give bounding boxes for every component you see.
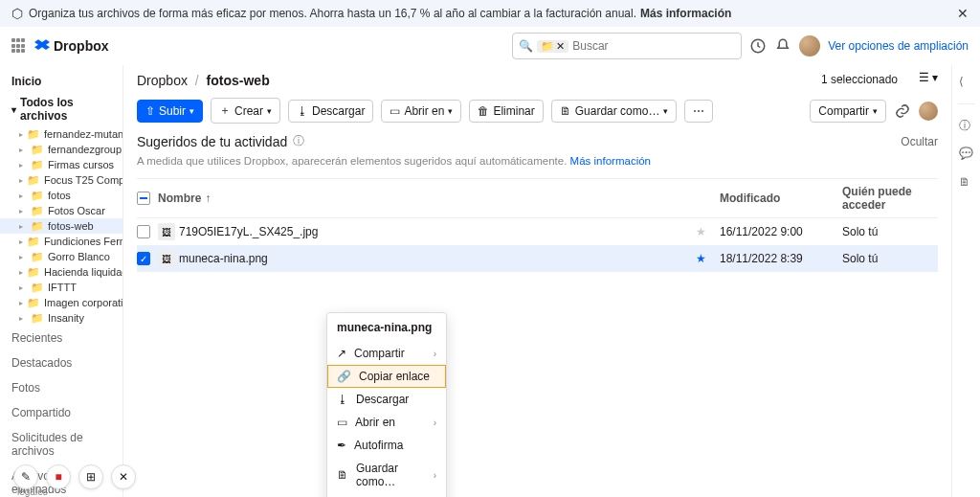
chevron-right-icon: ▸ [19,222,27,231]
save-as-button[interactable]: 🗎 Guardar como… ▾ [551,100,678,123]
context-menu: muneca-nina.png ↗Compartir›🔗Copiar enlac… [326,312,447,497]
upgrade-link[interactable]: Ver opciones de ampliación [828,39,969,53]
fab-grid[interactable]: ⊞ [78,464,103,489]
star-icon[interactable]: ★ [696,252,706,265]
create-button[interactable]: ＋ Crear ▾ [211,98,280,124]
info-icon[interactable]: ⓘ [293,133,304,149]
file-access: Solo tú [842,252,938,265]
ctx-link[interactable]: 🔗Copiar enlace [327,365,446,388]
star-icon[interactable]: ★ [696,225,706,238]
sidebar: Inicio ▾ Todos los archivos ▸📁fernandez-… [0,65,122,497]
delete-label: Eliminar [493,104,534,118]
rewind-icon[interactable] [749,37,767,55]
open-in-button[interactable]: ▭ Abrir en ▾ [381,100,461,123]
folder-icon: 📁 [27,128,40,141]
comment-rail-icon[interactable]: 💬 [959,147,974,162]
sidebar-folder-item[interactable]: ▸📁Insanity [0,310,122,326]
fab-close[interactable]: ✕ [111,464,136,489]
sidebar-folder-item[interactable]: ▸📁fotos [0,188,122,203]
sidebar-folder-item[interactable]: ▸📁IFTTT [0,280,122,295]
sidebar-folder-item[interactable]: ▸📁Fotos Oscar [0,203,122,218]
banner-close-icon[interactable]: ✕ [957,6,969,21]
select-all-checkbox[interactable] [137,192,150,205]
toolbar: ⇧ Subir ▾ ＋ Crear ▾ ⭳ Descargar ▭ Abrir … [137,98,938,124]
folder-label: Insanity [48,312,84,324]
sidebar-folder-item[interactable]: ▸📁Focus T25 Completo [0,172,122,188]
share-button[interactable]: Compartir ▾ [810,100,886,123]
folder-label: IFTTT [48,282,77,293]
ctx-share[interactable]: ↗Compartir› [327,342,446,365]
table-row[interactable]: 🖼719O5IE17yL._SX425_.jpg★16/11/2022 9:00… [137,218,938,245]
bell-icon[interactable] [774,37,791,55]
more-button[interactable]: ⋯ [684,100,713,123]
sidebar-link[interactable]: Recientes [0,326,122,350]
ctx-download[interactable]: ⭳Descargar [327,388,446,411]
view-toggle[interactable]: ☰ ▾ [919,71,938,84]
collapse-rail-icon[interactable]: ⟨ [959,75,974,90]
upload-button[interactable]: ⇧ Subir ▾ [137,100,203,123]
sidebar-folder-item[interactable]: ▸📁Gorro Blanco [0,249,122,264]
sidebar-home[interactable]: Inicio [0,71,122,92]
fab-record[interactable]: ■ [46,464,71,489]
file-thumb-icon: 🖼 [158,250,175,267]
info-rail-icon[interactable]: ⓘ [959,118,974,133]
search-box[interactable]: 🔍 📁 ✕ [512,33,742,59]
row-checkbox[interactable] [137,252,150,265]
ctx-label: Abrir en [355,416,395,429]
sidebar-folder-item[interactable]: ▸📁Imagen corporativa OB [0,295,122,310]
sidebar-link[interactable]: Destacados [0,350,122,375]
app-launcher-icon[interactable] [11,38,27,54]
ctx-open[interactable]: ▭Abrir en› [327,411,446,434]
sidebar-link[interactable]: Compartido [0,400,122,425]
suggested-subtitle: A medida que utilices Dropbox, aparecerá… [137,155,938,167]
col-modified-label[interactable]: Modificado [720,192,835,205]
chevron-right-icon: ▸ [19,283,27,292]
folder-icon: 📁 [31,159,44,171]
ctx-label: Autofirma [354,439,403,452]
row-checkbox[interactable] [137,225,150,238]
ctx-sign[interactable]: ✒Autofirma [327,434,446,457]
banner-more-link[interactable]: Más información [640,7,731,20]
chevron-right-icon: ▸ [19,314,27,323]
sidebar-link[interactable]: Solicitudes de archivos [0,425,122,463]
avatar[interactable] [799,35,820,56]
folder-icon: 📁 [31,144,44,156]
crumb-current[interactable]: fotos-web [207,73,270,88]
brand-logo[interactable]: Dropbox [34,38,109,54]
sidebar-folder-item[interactable]: ▸📁fernandezgroup [0,142,122,157]
create-label: Crear [234,104,263,118]
sidebar-folder-item[interactable]: ▸📁Hacienda liquidación oscar… [0,264,122,280]
open-in-label: Abrir en [404,104,444,118]
sidebar-folder-item[interactable]: ▸📁Fundiciones Fernandez [0,234,122,249]
folder-label: fernandez-mutantia [44,128,122,140]
dropbox-icon [34,38,50,54]
sidebar-all-files[interactable]: ▾ Todos los archivos [0,92,122,126]
sidebar-folder-item[interactable]: ▸📁Firmas cursos [0,157,122,172]
open-icon: ▭ [337,416,347,429]
activity-rail-icon[interactable]: 🗎 [959,175,974,191]
banner-text: Organiza tus archivos de forma más efica… [29,7,636,20]
suggested-more-link[interactable]: Más información [570,155,651,167]
owner-avatar[interactable] [919,102,938,121]
search-folder-chip[interactable]: 📁 ✕ [537,40,568,53]
folder-icon: 📁 [27,266,40,279]
sidebar-folder-item[interactable]: ▸📁fotos-web [0,218,122,234]
sidebar-folder-item[interactable]: ▸📁fernandez-mutantia [0,126,122,142]
col-who-label[interactable]: Quién puede acceder [842,185,938,212]
ctx-saveas[interactable]: 🗎Guardar como…› [327,457,446,493]
table-row[interactable]: 🖼muneca-nina.png★18/11/2022 8:39Solo tú [137,245,938,272]
delete-button[interactable]: 🗑 Eliminar [469,100,543,123]
file-modified: 16/11/2022 9:00 [720,225,835,238]
search-input[interactable] [572,39,735,53]
col-name-label[interactable]: Nombre [158,192,201,205]
crumb-root[interactable]: Dropbox [137,73,188,88]
sort-arrow-icon: ↑ [205,192,211,205]
link-icon[interactable] [894,102,911,120]
download-button[interactable]: ⭳ Descargar [288,100,373,123]
chip-remove-icon[interactable]: ✕ [556,40,565,53]
suggested-hide[interactable]: Ocultar [901,135,938,148]
save-as-label: Guardar como… [575,104,660,118]
sidebar-link[interactable]: Fotos [0,375,122,400]
chevron-right-icon: ▸ [19,176,23,185]
breadcrumb: Dropbox / fotos-web [137,73,938,88]
